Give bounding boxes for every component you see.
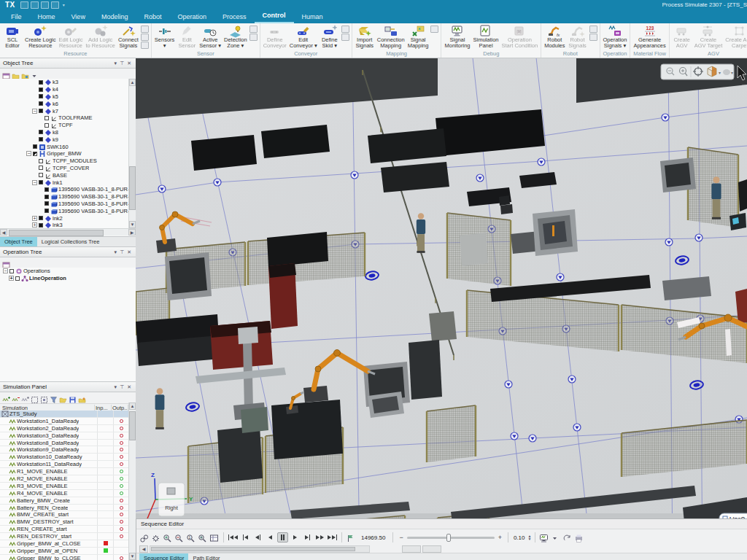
signal-row-workstation3_dataready[interactable]: Workstation3_DataReady	[0, 432, 136, 440]
expander-icon[interactable]: +	[32, 216, 37, 221]
signal-row-battery_ren_create[interactable]: Battery_REN_Create	[0, 505, 136, 512]
waypoint-marker-icon[interactable]	[351, 171, 358, 179]
visibility-checkbox[interactable]	[44, 209, 49, 213]
close-icon[interactable]: ✕	[125, 248, 133, 257]
signal-row-battery_bmw_create[interactable]: Battery_BMW_Create	[0, 497, 136, 505]
signal-row-r4_move_enable[interactable]: R4_MOVE_ENABLE	[0, 490, 136, 497]
signal-row-zts_study[interactable]: ZTS_Study	[0, 411, 136, 418]
panel-menu-icon[interactable]: ▾	[113, 59, 119, 68]
tree-item-k4[interactable]: k4	[0, 86, 136, 93]
next-button[interactable]	[314, 532, 325, 542]
visibility-checkbox[interactable]	[39, 80, 43, 85]
connect-signals-button[interactable]: ConnectSignals	[117, 24, 140, 50]
monitor-icon[interactable]	[539, 533, 549, 542]
back-button[interactable]	[265, 532, 276, 542]
panel-menu-icon[interactable]: ▾	[113, 383, 119, 392]
tab-logical-collections-tree[interactable]: Logical Collections Tree	[37, 237, 104, 246]
tree-item-k9[interactable]: k9	[0, 136, 136, 143]
signal-row-r2_move_enable[interactable]: R2_MOVE_ENABLE	[0, 475, 136, 483]
waypoint-marker-icon[interactable]	[573, 424, 581, 431]
tree-item-toolframe[interactable]: TOOLFRAME	[0, 114, 136, 122]
new-document-icon[interactable]	[51, 1, 59, 9]
tab-object-tree[interactable]: Object Tree	[0, 237, 37, 246]
equipment-box[interactable]	[409, 340, 442, 400]
grid-icon[interactable]	[209, 533, 220, 542]
simulation-panel-button[interactable]: SimulationPanel	[472, 24, 500, 50]
tree-item-k3[interactable]: k3	[0, 79, 136, 86]
object-tree-hscrollbar[interactable]: ◀▶	[0, 228, 136, 236]
expander-icon[interactable]: −	[32, 109, 37, 114]
speed-decrease-button[interactable]: −	[397, 534, 405, 541]
operation-tree[interactable]: −Operations+LineOperation	[0, 268, 136, 381]
waypoint-marker-icon[interactable]	[158, 185, 166, 192]
visibility-checkbox[interactable]	[44, 116, 49, 120]
tree-item-gripper-bmw[interactable]: −Gripper_BMW	[0, 150, 136, 158]
detection-zone-button[interactable]: DetectionZone ▾	[222, 24, 249, 50]
tree-item-lnk2[interactable]: +lnk2	[0, 214, 136, 222]
caret-icon[interactable]	[31, 70, 39, 78]
signal-row-workstation10_dataready[interactable]: Workstation10_DataReady	[0, 454, 136, 461]
tree-item-k5[interactable]: k5	[0, 93, 136, 101]
waypoint-marker-icon[interactable]	[214, 179, 221, 186]
robot-modules-button[interactable]: fxRobotModules	[543, 24, 566, 50]
speed-increase-button[interactable]: +	[496, 534, 504, 541]
simulation-signal-list[interactable]: ZTS_StudyWorkstation1_DataReadyWorkstati…	[0, 411, 136, 560]
tab-sequence-editor[interactable]: Sequence Editor	[139, 553, 188, 560]
equipment-box[interactable]	[500, 204, 513, 214]
dash-box2-icon[interactable]	[40, 394, 48, 402]
tree-item-1395690-vasb-30-1-8-pur-[interactable]: 1395690 VASB-30-1_8-PUR-	[0, 186, 136, 193]
tree-item-1395690-vasb-30-1-8-pur-[interactable]: 1395690 VASB-30-1_8-PUR-	[0, 193, 136, 201]
skip-end-button[interactable]	[327, 532, 338, 542]
ribbon-mini-buttons[interactable]	[430, 24, 439, 34]
equipment-box[interactable]	[429, 311, 457, 341]
equipment-box[interactable]	[460, 233, 488, 266]
tab-home[interactable]: Home	[30, 11, 63, 23]
save-icon[interactable]	[20, 1, 28, 9]
ribbon-mini-buttons[interactable]	[140, 24, 150, 50]
visibility-checkbox[interactable]	[39, 166, 43, 170]
mini-button-icon[interactable]	[430, 26, 438, 33]
signal-row-ren_destroy_start[interactable]: REN_DESTROY_start	[0, 533, 136, 540]
prev-button[interactable]	[240, 532, 251, 542]
quick-access-caret-icon[interactable]: ▾	[63, 2, 65, 7]
mini-button-icon[interactable]	[249, 26, 258, 33]
step-fwd-button[interactable]	[302, 532, 313, 542]
equipment-box[interactable]	[738, 179, 747, 211]
tree-item-swk160[interactable]: SWK160	[0, 143, 136, 150]
mini-button-icon[interactable]	[589, 26, 597, 33]
signal-mapping-button[interactable]: SignalMapping	[406, 24, 430, 50]
visibility-checkbox[interactable]	[44, 195, 49, 199]
sequence-hscrollbar[interactable]	[150, 545, 370, 553]
mini-button-icon[interactable]	[141, 34, 149, 41]
visibility-checkbox[interactable]	[33, 152, 37, 156]
close-icon[interactable]: ✕	[125, 383, 133, 392]
close-icon[interactable]: ✕	[125, 59, 133, 68]
waypoint-marker-icon[interactable]	[529, 435, 536, 442]
tree-item-k6[interactable]: k6	[0, 100, 136, 107]
zoom-fit-icon[interactable]	[198, 533, 208, 542]
visibility-checkbox[interactable]	[39, 180, 43, 184]
zoom-in-icon[interactable]	[163, 533, 173, 542]
tree-item-1395690-vasb-30-1-8-pur-[interactable]: 1395690 VASB-30-1_8-PUR-	[0, 207, 136, 214]
signal-row-bmw_destroy_start[interactable]: BMW_DESTROY_start	[0, 518, 136, 526]
visibility-checkbox[interactable]	[39, 94, 43, 98]
tab-file[interactable]: File	[3, 11, 30, 23]
signal-row-workstation9_dataready[interactable]: Workstation9_DataReady	[0, 446, 136, 454]
mini-button-icon[interactable]	[249, 34, 258, 41]
filter-icon[interactable]	[50, 394, 58, 402]
tab-control[interactable]: Control	[255, 9, 294, 23]
signal-row-gripper_bmw_at_open[interactable]: Gripper_BMW_at_OPEN	[0, 548, 136, 555]
waypoint-marker-icon[interactable]	[568, 376, 576, 383]
visibility-checkbox[interactable]	[39, 216, 43, 220]
tab-human[interactable]: Human	[294, 11, 331, 23]
visibility-checkbox[interactable]	[39, 109, 43, 113]
tree-item-tcpf[interactable]: TCPF	[0, 122, 136, 129]
scl-editor-button[interactable]: SCLEditor	[1, 24, 23, 50]
visibility-checkbox[interactable]	[33, 144, 37, 149]
mini-button-icon[interactable]	[141, 42, 149, 49]
step-back-button[interactable]	[252, 532, 263, 542]
expander-icon[interactable]: −	[32, 180, 37, 185]
visibility-checkbox[interactable]	[39, 101, 43, 106]
define-skid-button[interactable]: DefineSkid ▾	[319, 24, 341, 50]
visibility-checkbox[interactable]	[39, 137, 43, 141]
